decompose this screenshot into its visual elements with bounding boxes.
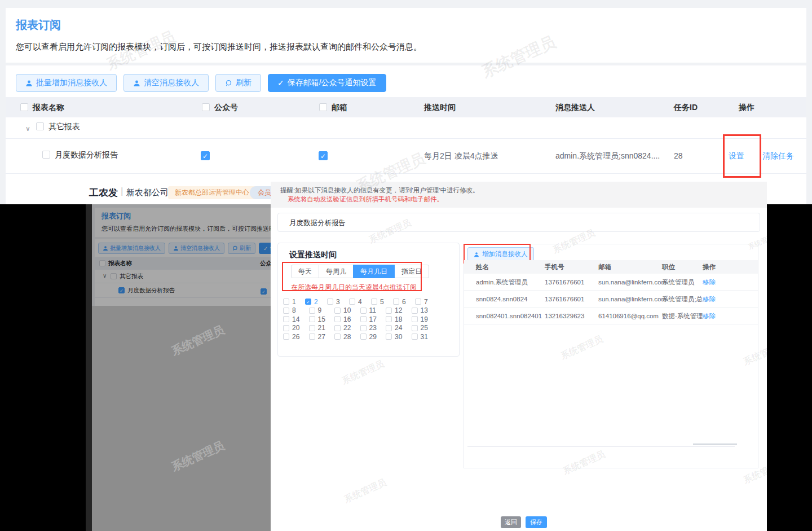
group-row-other-reports: ∨ 其它报表 [6, 117, 806, 139]
recipient-name: snn0824.snn0824 [476, 291, 527, 308]
rcpt-col-email: 邮箱 [598, 260, 611, 274]
day-checkbox-26[interactable]: 26 [283, 333, 309, 341]
day-checkbox-27[interactable]: 27 [309, 333, 335, 341]
day-checkbox-25[interactable]: 25 [412, 324, 438, 332]
day-checkbox-3[interactable]: 3 [327, 298, 349, 306]
table-header-row: 报表名称 公众号 邮箱 推送时间 消息推送人 任务ID 操作 [6, 97, 806, 117]
push-time-panel: 设置推送时间 每天 每周几 每月几日 指定日 在所选每月周几日的当天凌晨4点推送… [277, 243, 460, 357]
day-checkbox-11[interactable]: 11 [360, 306, 386, 314]
clear-task-link[interactable]: 清除任务 [762, 151, 794, 161]
day-checkbox-7[interactable]: 7 [415, 298, 437, 306]
col-task-id: 任务ID [674, 97, 698, 117]
day-checkbox-6[interactable]: 6 [393, 298, 415, 306]
col-report-name-label: 报表名称 [33, 103, 64, 112]
day-checkbox-5[interactable]: 5 [371, 298, 393, 306]
save-notify-settings-button[interactable]: ✓ 保存邮箱/公众号通知设置 [268, 74, 386, 92]
day-checkbox-4[interactable]: 4 [349, 298, 371, 306]
recipients-panel: 增加消息接收人 姓名 手机号 邮箱 职位 操作 admin.系统管理员13761… [464, 244, 758, 468]
day-checkbox-31[interactable]: 31 [412, 333, 438, 341]
recipient-phone: 13216329623 [545, 308, 584, 324]
page-description: 您可以查看启用允许订阅的报表模块，订阅后，可按订阅推送时间，推送报表默认查询的邮… [16, 42, 422, 52]
rcpt-col-phone: 手机号 [545, 260, 564, 274]
remove-recipient-link[interactable]: 移除 [703, 291, 716, 308]
row-task-id: 28 [674, 151, 683, 160]
recipient-name: snn082401.snn082401 [476, 308, 542, 324]
day-checkbox-30[interactable]: 30 [386, 333, 412, 341]
day-checkbox-21[interactable]: 21 [309, 324, 335, 332]
operation-center-badge[interactable]: 新农都总部运营管理中心 [168, 186, 256, 199]
wechat-checkbox[interactable] [201, 151, 210, 160]
recipient-row: snn0824.snn082413761676601sun.nana@linkf… [464, 291, 758, 308]
back-button[interactable]: 返回 [501, 516, 521, 528]
day-checkbox-14[interactable]: 14 [283, 315, 309, 323]
add-recipient-button[interactable]: 增加消息接收人 [467, 247, 534, 261]
horizontal-scrollbar-thumb[interactable] [693, 444, 737, 445]
page-header-card: 报表订阅 您可以查看启用允许订阅的报表模块，订阅后，可按订阅推送时间，推送报表默… [6, 8, 806, 63]
batch-add-recipients-button[interactable]: 批量增加消息接收人 [16, 74, 117, 92]
group-checkbox[interactable] [36, 122, 44, 130]
batch-add-label: 批量增加消息接收人 [36, 78, 107, 88]
select-all-checkbox[interactable] [20, 103, 28, 111]
day-checkbox-16[interactable]: 16 [334, 315, 360, 323]
refresh-icon [225, 80, 232, 87]
tab-specific-date[interactable]: 指定日 [394, 265, 429, 278]
remove-recipient-link[interactable]: 移除 [703, 274, 716, 291]
day-checkbox-2[interactable]: 2 [305, 298, 327, 306]
col-email: 邮箱 [319, 97, 347, 117]
email-checkbox[interactable] [319, 151, 328, 160]
day-checkbox-8[interactable]: 8 [283, 306, 309, 314]
rcpt-col-title: 职位 [662, 260, 675, 274]
day-checkbox-15[interactable]: 15 [309, 315, 335, 323]
collapse-caret-icon[interactable]: ∨ [25, 124, 30, 133]
wechat-all-checkbox[interactable] [202, 103, 210, 111]
app-logo: 工农发 [89, 186, 118, 199]
recipient-title: 数据-系统管理... [662, 308, 708, 324]
settings-link[interactable]: 设置 [729, 151, 744, 161]
report-subscription-page: 报表订阅 您可以查看启用允许订阅的报表模块，订阅后，可按订阅推送时间，推送报表默… [0, 0, 812, 204]
day-checkbox-17[interactable]: 17 [360, 315, 386, 323]
group-label: 其它报表 [48, 122, 80, 131]
remove-recipient-link[interactable]: 移除 [703, 308, 716, 324]
email-all-checkbox[interactable] [319, 103, 327, 111]
user-icon [133, 80, 140, 87]
dimmed-background-page: 报表订阅 您可以查看启用允许订阅的报表模块，订阅后，可按订阅推送时间，推送报表默… [92, 204, 271, 531]
rcpt-col-op: 操作 [703, 260, 716, 274]
day-checkbox-28[interactable]: 28 [334, 333, 360, 341]
group-row-content: 其它报表 [36, 122, 80, 132]
notice-line1: 提醒:如果以下消息接收人的信息有变更，请到'用户管理'中进行修改。 [280, 186, 479, 195]
row-name-label: 月度数据分析报告 [55, 150, 118, 159]
tab-month-day[interactable]: 每月几日 [353, 265, 395, 278]
day-checkbox-10[interactable]: 10 [334, 306, 360, 314]
clear-recipients-button[interactable]: 清空消息接收人 [123, 74, 209, 92]
tab-every-day[interactable]: 每天 [291, 265, 319, 278]
day-checkbox-12[interactable]: 12 [386, 306, 412, 314]
recipient-phone: 13761676601 [545, 274, 584, 291]
day-checkbox-23[interactable]: 23 [360, 324, 386, 332]
company-name: 新农都公司 [126, 187, 169, 198]
tab-weekday[interactable]: 每周几 [319, 265, 354, 278]
user-icon [25, 80, 33, 87]
refresh-button[interactable]: 刷新 [215, 74, 261, 92]
day-checkbox-1[interactable]: 1 [283, 298, 305, 306]
recipient-phone: 13761676601 [545, 291, 584, 308]
day-checkbox-20[interactable]: 20 [283, 324, 309, 332]
day-checkbox-grid: 1234567891011121314151617181920212223242… [283, 297, 437, 341]
row-checkbox[interactable] [42, 151, 50, 159]
check-icon: ✓ [277, 78, 284, 87]
day-checkbox-18[interactable]: 18 [386, 315, 412, 323]
watermark-text: 系统管理员 [340, 358, 386, 388]
day-row: 8910111213 [283, 306, 437, 315]
report-name-section: 月度数据分析报告 [277, 213, 760, 232]
day-checkbox-13[interactable]: 13 [412, 306, 438, 314]
day-checkbox-22[interactable]: 22 [334, 324, 360, 332]
col-report-name: 报表名称 [20, 97, 64, 117]
recipient-title: 系统管理员 [662, 274, 695, 291]
recipient-email: 614106916@qq.com [598, 308, 659, 324]
logo-divider: | [121, 186, 123, 197]
day-checkbox-19[interactable]: 19 [412, 315, 438, 323]
day-checkbox-9[interactable]: 9 [309, 306, 335, 314]
add-recipient-label: 增加消息接收人 [482, 250, 528, 258]
modal-save-button[interactable]: 保存 [526, 516, 547, 528]
day-checkbox-29[interactable]: 29 [360, 333, 386, 341]
day-checkbox-24[interactable]: 24 [386, 324, 412, 332]
